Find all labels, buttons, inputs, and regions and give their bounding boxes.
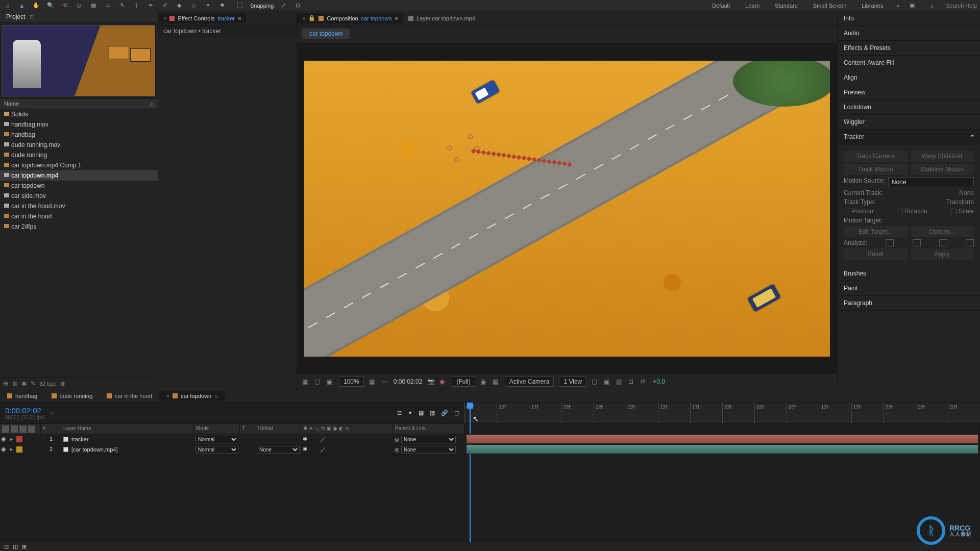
project-item[interactable]: handbag.mov [0, 119, 158, 130]
panel-menu-icon[interactable]: ≡ [238, 15, 241, 21]
snap-misc-icon[interactable]: ⊡ [293, 1, 303, 10]
new-comp-icon[interactable]: ▣ [21, 380, 27, 387]
workspace-libraries[interactable]: Libraries [856, 2, 888, 10]
parent-select[interactable]: None [401, 446, 456, 454]
col-parent[interactable]: Parent & Link [393, 424, 464, 434]
motion-source-select[interactable]: None [888, 177, 974, 187]
search-help-input[interactable]: Search Help [946, 3, 977, 9]
col-t[interactable]: T [240, 424, 255, 434]
new-folder-icon[interactable]: ▥ [12, 380, 17, 387]
channel-icon[interactable]: ◉ [439, 378, 447, 385]
roi-icon[interactable]: ▣ [480, 378, 487, 385]
warp-stabilizer-button[interactable]: Warp Stabilizer [911, 151, 974, 162]
pickwhip-icon[interactable]: ◎ [395, 436, 400, 442]
col-layer-name[interactable]: Layer Name [61, 424, 194, 434]
tl-hdr-ic1[interactable]: ⊡ [397, 410, 402, 416]
selection-tool-icon[interactable]: ▲ [17, 1, 27, 10]
analyze-fwd-full-icon[interactable] [966, 239, 974, 246]
lock-icon[interactable]: 🔒 [308, 15, 315, 21]
text-tool-icon[interactable]: T [132, 1, 141, 10]
parent-select[interactable]: None [401, 436, 456, 443]
twirl-icon[interactable]: ▸ [10, 436, 15, 442]
effect-controls-tab[interactable]: × Effect Controls tracker ≡ [158, 13, 246, 23]
layer-bar[interactable] [467, 445, 978, 454]
close-icon[interactable]: × [302, 15, 305, 21]
panel-menu-icon[interactable]: ≡ [29, 13, 33, 20]
mask-icon[interactable]: ▢ [314, 378, 322, 385]
rotation-checkbox[interactable] [897, 209, 902, 214]
roto-tool-icon[interactable]: ✦ [203, 1, 212, 10]
snap-opts-icon[interactable]: ⤢ [279, 1, 288, 10]
panel-menu-icon[interactable]: ≡ [395, 15, 398, 21]
scale-checkbox[interactable] [951, 209, 957, 214]
reset-button[interactable]: Reset [844, 248, 908, 260]
vf-ic1[interactable]: ▢ [592, 378, 599, 385]
adjust-icon[interactable]: ✎ [31, 380, 35, 387]
tl-hdr-ic3[interactable]: ▦ [419, 410, 424, 416]
twirl-icon[interactable]: ▸ [10, 446, 15, 453]
project-item[interactable]: car topdown [0, 181, 158, 191]
safe-icon[interactable]: ▭ [381, 378, 388, 385]
tl-hdr-ic2[interactable]: ✦ [408, 410, 412, 416]
close-icon[interactable]: × [163, 15, 166, 21]
zoom-tool-icon[interactable]: 🔍 [46, 1, 55, 10]
stabilize-motion-button[interactable]: Stabilize Motion [911, 164, 974, 175]
project-item[interactable]: Solids [0, 109, 158, 119]
timeline-tab[interactable]: handbag [0, 391, 44, 401]
name-column[interactable]: Name [4, 101, 19, 107]
transparent-icon[interactable]: ▦ [493, 378, 500, 385]
visibility-icon[interactable]: ◉ [1, 436, 8, 443]
snapshot-icon[interactable]: 📷 [427, 378, 434, 385]
viewer-timecode[interactable]: 0:00:02:02 [394, 378, 423, 385]
label-chip[interactable] [16, 446, 22, 453]
brush-tool-icon[interactable]: ✐ [160, 1, 169, 10]
timeline-tab[interactable]: × car topdown ≡ [159, 391, 225, 401]
workspace-small-screen[interactable]: Small Screen [808, 2, 851, 10]
views-select[interactable]: 1 View [559, 377, 586, 387]
alpha-icon[interactable]: ▦ [302, 378, 309, 385]
eraser-tool-icon[interactable]: ◇ [189, 1, 198, 10]
project-item[interactable]: car in the hood [0, 211, 158, 221]
project-tab[interactable]: Project ≡ [0, 11, 158, 23]
panel-section[interactable]: Lockdown [838, 100, 980, 115]
label-chip[interactable] [16, 436, 22, 442]
resolution-select[interactable]: (Full) [452, 377, 475, 387]
puppet-tool-icon[interactable]: ✱ [217, 1, 227, 10]
timeline-timecode[interactable]: 0:00:02:02 [5, 406, 45, 415]
panel-section[interactable]: Content-Aware Fill [838, 56, 980, 70]
analyze-back-full-icon[interactable] [886, 239, 894, 246]
tl-hdr-ic4[interactable]: ▥ [430, 410, 435, 416]
zoom-select[interactable]: 100% [339, 377, 364, 387]
panel-section[interactable]: Paint [838, 281, 980, 296]
workspace-default[interactable]: Default [707, 2, 735, 10]
project-item[interactable]: dude running.mov [0, 140, 158, 150]
trkmat-select[interactable]: None [257, 446, 300, 454]
timeline-tab[interactable]: car in the hood [100, 391, 159, 401]
project-header-icon[interactable]: ◬ [150, 101, 154, 107]
composition-viewer[interactable] [297, 43, 837, 373]
workspace-overflow-icon[interactable]: » [893, 1, 902, 10]
sb-ic1[interactable]: ⊡ [4, 543, 9, 550]
sb-ic2[interactable]: ◫ [13, 543, 18, 550]
timeline-layer-row[interactable]: ◉▸1trackerNormal✱／◎ None [0, 434, 980, 444]
camera-tool-icon[interactable]: ▦ [89, 1, 98, 10]
camera-select[interactable]: Active Camera [505, 377, 554, 387]
search-icon[interactable]: ⌕ [927, 1, 937, 10]
bpc-label[interactable]: 32 bpc [39, 381, 56, 387]
options-button[interactable]: Options... [911, 226, 974, 237]
refresh-icon[interactable]: ⟳ [641, 378, 648, 385]
analyze-back-icon[interactable] [913, 239, 921, 246]
pan-behind-icon[interactable]: ▭ [103, 1, 112, 10]
blend-mode-select[interactable]: Normal [195, 436, 238, 443]
home-icon[interactable]: ⌂ [3, 1, 12, 10]
position-checkbox[interactable] [844, 209, 849, 214]
workspace-standard[interactable]: Standard [770, 2, 803, 10]
pen-tool-icon[interactable]: ✒ [146, 1, 155, 10]
workspace-reset-icon[interactable]: ▣ [908, 1, 917, 10]
timeline-ruler-area[interactable]: 07f12f17f22f02f07f12f17f22f02f07f12f17f2… [464, 403, 980, 423]
project-item[interactable]: handbag [0, 130, 158, 140]
project-item[interactable]: car topdown.mp4 [0, 170, 158, 181]
layer-bar[interactable] [467, 435, 978, 443]
orbit-tool-icon[interactable]: ⟲ [60, 1, 69, 10]
project-item[interactable]: car in the hood.mov [0, 201, 158, 211]
